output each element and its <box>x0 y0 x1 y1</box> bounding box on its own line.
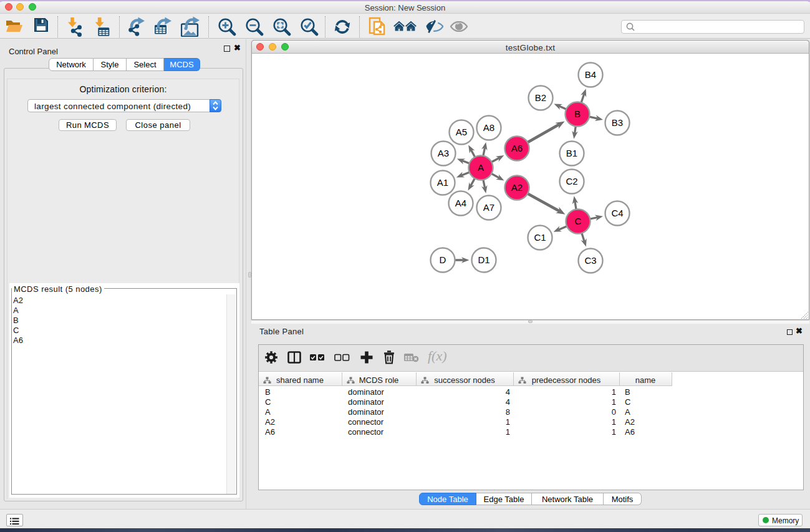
svg-text:C4: C4 <box>611 208 623 218</box>
svg-text:B1: B1 <box>566 148 577 158</box>
svg-text:A3: A3 <box>438 148 449 158</box>
svg-text:C2: C2 <box>566 176 577 186</box>
svg-text:A8: A8 <box>483 122 494 133</box>
svg-text:D1: D1 <box>478 254 489 265</box>
svg-text:C3: C3 <box>584 255 596 266</box>
svg-text:B3: B3 <box>612 117 623 128</box>
svg-text:A6: A6 <box>511 143 523 153</box>
svg-text:D: D <box>440 254 446 265</box>
svg-text:B: B <box>574 109 581 119</box>
svg-text:A5: A5 <box>456 127 467 137</box>
svg-text:A: A <box>478 162 484 173</box>
svg-text:A1: A1 <box>437 177 448 188</box>
svg-text:A4: A4 <box>455 198 466 208</box>
svg-text:B2: B2 <box>535 92 546 103</box>
svg-text:A2: A2 <box>511 182 523 193</box>
svg-text:A7: A7 <box>483 202 494 213</box>
svg-text:C: C <box>575 216 582 226</box>
svg-text:B4: B4 <box>585 69 596 80</box>
svg-text:C1: C1 <box>534 232 546 243</box>
